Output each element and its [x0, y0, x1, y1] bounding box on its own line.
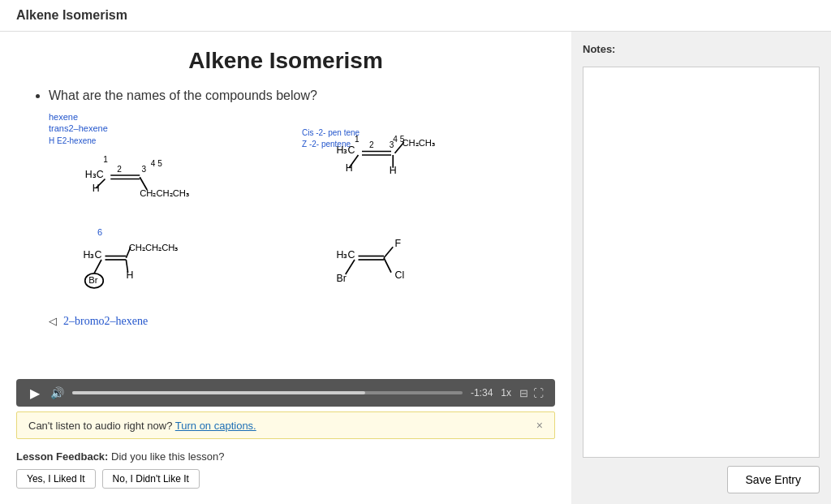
structure-2: Cis -2- pen teneZ -2- pentene H₃C 1 2 4 …	[302, 111, 539, 222]
top-bar: Alkene Isomerism	[0, 0, 831, 32]
bottom-handwriting-text: 2–bromo2–hexene	[63, 315, 148, 328]
structure-4-svg: H₃C F Cl Br	[302, 230, 539, 304]
page-title: Alkene Isomerism	[16, 8, 127, 22]
caption-close-button[interactable]: ×	[536, 419, 543, 432]
structure-3: 6 H₃C Br CH₂CH₂CH₃ H	[49, 230, 286, 307]
svg-text:2: 2	[369, 140, 374, 149]
svg-text:Br: Br	[337, 273, 347, 284]
audio-progress-bar[interactable]	[72, 391, 463, 394]
sidebar: Notes: Save Entry	[571, 32, 831, 504]
svg-text:1: 1	[355, 135, 360, 144]
play-button[interactable]: ▶	[28, 386, 42, 400]
svg-text:CH₂CH₂CH₃: CH₂CH₂CH₃	[129, 243, 179, 252]
question-list: What are the names of the compounds belo…	[49, 88, 539, 103]
svg-text:2: 2	[117, 164, 122, 173]
svg-text:H₃C: H₃C	[337, 249, 355, 261]
volume-button[interactable]: 🔊	[50, 386, 64, 399]
svg-text:H: H	[93, 183, 100, 194]
svg-text:Cl: Cl	[395, 269, 405, 280]
audio-player: ▶ 🔊 -1:34 1x ⊟ ⛶	[16, 379, 555, 407]
save-entry-button[interactable]: Save Entry	[727, 466, 820, 493]
no-liked-button[interactable]: No, I Didn't Like It	[102, 469, 200, 489]
svg-text:1: 1	[103, 155, 108, 164]
captions-button[interactable]: ⊟	[519, 387, 528, 399]
svg-text:4  5: 4 5	[151, 159, 162, 168]
slide-container: Alkene Isomerism What are the names of t…	[0, 32, 571, 373]
feedback-buttons: Yes, I Liked It No, I Didn't Like It	[16, 469, 555, 489]
audio-time: -1:34	[471, 387, 493, 398]
bottom-label: ◁ 2–bromo2–hexene	[49, 315, 539, 328]
svg-text:3: 3	[390, 140, 394, 149]
caption-text: Can't listen to audio right now? Turn on…	[28, 420, 256, 432]
audio-progress-fill	[72, 391, 365, 394]
structure-1: hexenetrans2–hexeneH E2-hexene H₃C 1 2	[49, 111, 286, 222]
svg-text:Br: Br	[88, 275, 98, 285]
structure-4: H₃C F Cl Br	[302, 230, 539, 307]
svg-line-38	[384, 247, 393, 258]
feedback-section: Lesson Feedback: Did you like this lesso…	[0, 439, 571, 489]
content-area: Alkene Isomerism What are the names of t…	[0, 32, 571, 504]
slide-title: Alkene Isomerism	[32, 48, 539, 74]
question-text: What are the names of the compounds belo…	[49, 88, 317, 102]
audio-icons: ⊟ ⛶	[519, 387, 544, 399]
caption-bar: Can't listen to audio right now? Turn on…	[16, 411, 555, 439]
svg-line-21	[395, 142, 404, 153]
structure-1-svg: H₃C 1 2 H 3 CH₂CH₂CH₃	[49, 146, 286, 219]
captions-link[interactable]: Turn on captions.	[175, 420, 256, 432]
svg-text:3: 3	[142, 164, 147, 173]
svg-text:H₃C: H₃C	[337, 144, 355, 156]
yes-liked-button[interactable]: Yes, I Liked It	[16, 469, 96, 489]
fullscreen-button[interactable]: ⛶	[533, 387, 544, 399]
svg-line-42	[346, 260, 355, 274]
feedback-label: Lesson Feedback: Did you like this lesso…	[16, 450, 225, 463]
svg-text:F: F	[395, 238, 402, 249]
svg-text:CH₂CH₃: CH₂CH₃	[403, 138, 436, 148]
svg-line-40	[384, 258, 391, 273]
question-item: What are the names of the compounds belo…	[49, 88, 539, 103]
svg-text:H₃C: H₃C	[84, 249, 102, 261]
svg-line-29	[94, 260, 101, 274]
svg-line-18	[349, 155, 358, 168]
structure-3-svg: H₃C Br CH₂CH₂CH₃ H	[49, 230, 286, 304]
notes-label: Notes:	[583, 43, 820, 55]
structure-2-svg: H₃C 1 2 4 5 H 3 CH₂CH₃	[302, 126, 539, 199]
audio-speed: 1x	[501, 387, 511, 398]
notes-textarea[interactable]	[583, 67, 820, 458]
chemistry-grid: hexenetrans2–hexeneH E2-hexene H₃C 1 2	[49, 111, 539, 307]
svg-text:H₃C: H₃C	[85, 169, 104, 180]
